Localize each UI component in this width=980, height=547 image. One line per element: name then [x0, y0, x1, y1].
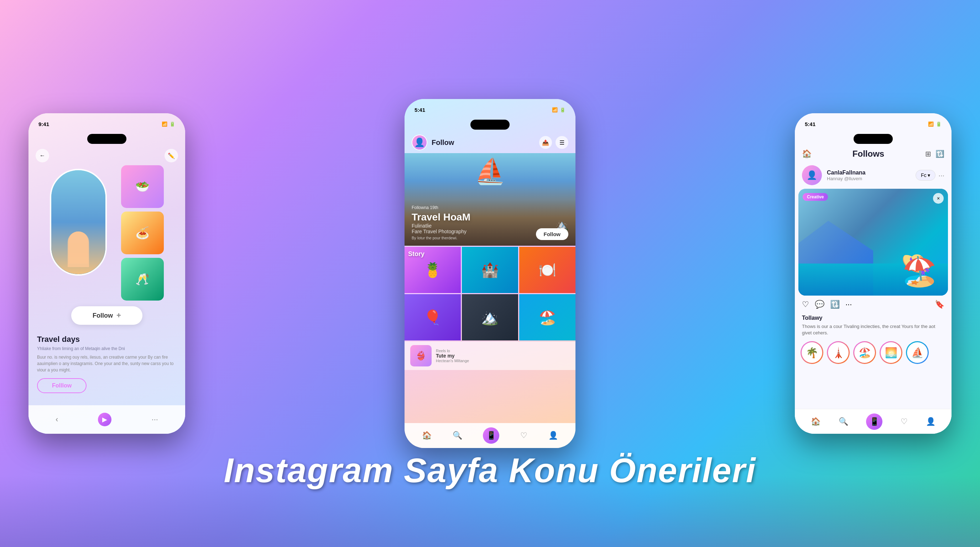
back-button-left[interactable]: ←	[36, 149, 49, 162]
reel-nav-right[interactable]: 📱	[866, 413, 883, 430]
user-follow-button[interactable]: Fc ▾	[916, 170, 935, 181]
main-title-container: Instagram Sayfa Konu Önerileri	[170, 451, 810, 490]
user-action-area: Fc ▾ ···	[916, 170, 944, 181]
menu-button-center[interactable]: ☰	[555, 136, 568, 149]
hero-image-center: ⛵ 🏔️ Followna 19th Travel HoaM Fulinatli…	[404, 153, 576, 246]
collage-main	[50, 169, 107, 276]
user-name: CanlaFallnana	[827, 170, 910, 176]
top-nav-left: ← ✏️	[29, 146, 185, 165]
user-info: CanlaFallnana Hannay @lluvem	[827, 170, 910, 181]
battery-icon-center: 🔋	[560, 107, 565, 113]
post-actions: ♡ 💬 🔃 ··· 🔖	[795, 296, 951, 313]
status-icons-center: 📶 🔋	[552, 107, 565, 113]
phone-left: 9:41 📶 🔋 ← ✏️ 🥗	[29, 113, 185, 434]
reels-thumbnail: 👙	[410, 345, 431, 366]
edit-icon: ✏️	[168, 153, 175, 159]
status-time-center: 5:41	[415, 107, 425, 113]
hero-tag: Followna 19th	[412, 205, 568, 210]
content-body-left: Buur no. is neving ouy rels, ilesus, an …	[37, 354, 177, 373]
save-button[interactable]: 🔖	[935, 300, 944, 309]
bottom-nav-center: 🏠 🔍 📱 ♡ 👤	[404, 423, 576, 448]
center-avatar: 👤	[412, 135, 427, 150]
grid-cell-2: 🏰	[462, 247, 518, 293]
photo-grid-center: Story 🍍 🏰 🍽️ 🎈 🏔️ 🏖️	[404, 247, 576, 340]
follow-label-left: Follow	[92, 312, 113, 320]
reels-tag: Reels lo	[436, 349, 570, 353]
plus-icon: +	[116, 311, 121, 320]
hero-subtitle: Fulinatlie	[412, 223, 568, 229]
reel-nav-center[interactable]: 📱	[483, 427, 499, 444]
post-description: Thows is our a cour Tivaling inclecties,…	[795, 323, 951, 337]
signal-icon-center: 📶	[552, 107, 558, 113]
post-image: 👒 × Creative	[799, 189, 948, 296]
reels-title: Tute my	[436, 353, 570, 359]
reels-strip: 👙 Reels lo Tute my Hectean's Miltange	[404, 342, 576, 370]
comment-button[interactable]: 💬	[815, 300, 824, 309]
profile-nav-right[interactable]: 👤	[926, 417, 935, 426]
heart-nav-center[interactable]: ♡	[520, 431, 527, 440]
hero-title: Travel HoaM	[412, 211, 568, 223]
dynamic-island-center	[471, 120, 509, 130]
user-avatar: 👤	[802, 165, 822, 185]
upload-button-center[interactable]: 📤	[539, 136, 552, 149]
story-thumb-2[interactable]: 🗼	[827, 341, 850, 364]
follows-title: Follows	[853, 149, 884, 159]
story-thumb-3[interactable]: 🏖️	[853, 341, 876, 364]
grid-emoji-6: 🏖️	[538, 309, 556, 326]
center-follow-name: Follow	[431, 138, 535, 147]
photo-collage: 🥗 🍝 🥂	[36, 165, 178, 301]
grid-icon-right[interactable]: ⊞	[925, 149, 931, 158]
story-thumb-5[interactable]: ⛵	[906, 341, 929, 364]
right-header: 🏠 Follows ⊞ 🔃	[795, 146, 951, 162]
home-icon-right[interactable]: 🏠	[802, 149, 811, 159]
back-nav-icon[interactable]: ‹	[56, 415, 58, 424]
status-time-right: 5:41	[805, 121, 816, 127]
content-section-left: Travel days Yhliake from liming an of Me…	[29, 331, 185, 398]
story-thumb-4[interactable]: 🌅	[880, 341, 902, 364]
filter-icon-right[interactable]: 🔃	[935, 149, 944, 158]
center-action-buttons: 📤 ☰	[539, 136, 568, 149]
hero-follow-button[interactable]: Follow	[536, 228, 569, 240]
post-author: Tollawy	[795, 313, 951, 323]
dynamic-island-right	[854, 134, 893, 144]
content-title-left: Travel days	[37, 335, 177, 344]
follow-button-left[interactable]: Follow +	[71, 306, 142, 325]
bottom-nav-left: ‹ ▶ ···	[29, 405, 185, 434]
user-row: 👤 CanlaFallnana Hannay @lluvem Fc ▾ ···	[795, 162, 951, 189]
status-bar-left: 9:41 📶 🔋	[29, 113, 185, 130]
status-icons-left: 📶 🔋	[162, 121, 175, 127]
status-time-left: 9:41	[38, 121, 49, 127]
story-thumb-1[interactable]: 🌴	[800, 341, 823, 364]
edit-button-left[interactable]: ✏️	[164, 149, 178, 162]
grid-emoji-5: 🏔️	[481, 309, 499, 326]
content-subtitle-left: Yhliake from liming an of Metaqin alive …	[37, 346, 177, 351]
home-nav-center[interactable]: 🏠	[422, 431, 431, 440]
follow-link-button[interactable]: Folllow	[37, 378, 86, 393]
search-nav-center[interactable]: 🔍	[453, 431, 462, 440]
close-icon: ×	[937, 196, 940, 201]
heart-nav-right[interactable]: ♡	[900, 417, 908, 426]
play-button-left[interactable]: ▶	[98, 413, 111, 426]
collage-mid-right: 🍝	[121, 211, 164, 254]
share-button[interactable]: 🔃	[830, 300, 840, 309]
grid-cell-4: 🎈	[404, 294, 461, 340]
grid-cell-5: 🏔️	[462, 294, 518, 340]
grid-emoji-4: 🎈	[424, 309, 442, 326]
more-button[interactable]: ···	[845, 300, 852, 309]
collage-bot-right: 🥂	[121, 258, 164, 301]
grid-cell-6: 🏖️	[519, 294, 576, 340]
creative-badge: Creative	[803, 193, 828, 201]
grid-emoji-1: 🍍	[424, 262, 442, 278]
post-close-button[interactable]: ×	[933, 193, 944, 204]
profile-nav-center[interactable]: 👤	[549, 431, 558, 440]
user-more-button[interactable]: ···	[938, 171, 944, 180]
like-button[interactable]: ♡	[802, 300, 809, 309]
more-nav-icon[interactable]: ···	[152, 415, 158, 424]
story-thumbnails: 🌴 🗼 🏖️ 🌅 ⛵	[795, 337, 951, 368]
story-label: Story	[408, 250, 425, 258]
search-nav-right[interactable]: 🔍	[838, 417, 848, 426]
home-nav-right[interactable]: 🏠	[811, 417, 821, 426]
back-icon: ←	[40, 153, 45, 159]
phone-center: 5:41 📶 🔋 👤 Follow 📤 ☰	[404, 99, 576, 448]
grid-emoji-2: 🏰	[481, 262, 499, 278]
